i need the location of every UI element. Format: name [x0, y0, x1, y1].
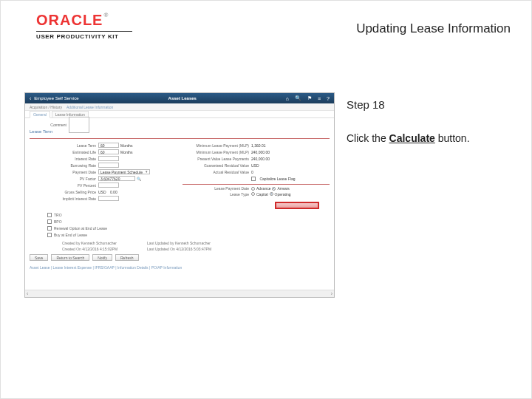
created-on-value: 4/12/2016 4:15:02PM: [82, 247, 117, 251]
radio-advance-label: Advance: [256, 186, 270, 191]
last-upd-on-label: Last Updated On: [147, 247, 175, 251]
instruction-suffix: button.: [435, 132, 470, 144]
instruction-text: Click the Calculate button.: [347, 132, 470, 144]
buy-label: Buy at End of Lease: [54, 233, 87, 237]
right-column: Minimum Lease Payment (MLP)1,360.01 Mini…: [183, 142, 330, 209]
refresh-button[interactable]: Refresh: [115, 254, 139, 261]
pv-factor-input[interactable]: 3.60477620: [98, 176, 135, 181]
radio-dot-icon: [272, 187, 276, 191]
left-column: Lease Term60Months Estimated Life60Month…: [30, 142, 177, 209]
guaranteed-residual-label: Guaranteed Residual Value: [183, 163, 249, 168]
radio-dot-icon: [251, 187, 255, 191]
radio-capital-label: Capital: [256, 192, 268, 197]
brand-tm: ®: [103, 12, 109, 18]
bpo-label: BPO: [54, 219, 62, 224]
tro-checkbox[interactable]: [47, 213, 52, 217]
tab-general[interactable]: General: [30, 111, 50, 118]
search-icon[interactable]: 🔍: [295, 95, 301, 101]
lookup-icon[interactable]: 🔍: [137, 177, 141, 181]
section-divider: [30, 138, 330, 139]
brand-name-text: ORACLE: [36, 12, 103, 28]
brand-name: ORACLE®: [36, 13, 109, 27]
notify-button[interactable]: Notify: [92, 254, 112, 261]
min-payment-mlp-value: 240,000.00: [251, 150, 330, 154]
last-upd-on-value: 4/12/2016 5:03:47PM: [176, 247, 211, 251]
calculate-button[interactable]: [275, 202, 319, 209]
button-bar: Save Return to Search Notify Refresh: [25, 251, 334, 264]
header-left-title: Employee Self Service: [34, 96, 78, 100]
pv-factor-label: PV Factor: [30, 177, 96, 181]
flag-icon[interactable]: ⚑: [307, 95, 312, 101]
fv-percent-label: FV Percent: [30, 183, 96, 188]
comment-input[interactable]: [69, 117, 89, 133]
screenshot-frame: ‹ Employee Self Service Asset Leases ⌂ 🔍…: [24, 92, 335, 298]
borrowing-rate-input[interactable]: [98, 163, 119, 168]
help-icon[interactable]: ?: [327, 96, 330, 101]
back-icon[interactable]: ‹: [30, 96, 31, 101]
lease-term-section-label: Lease Term: [30, 129, 52, 134]
page-title: Updating Lease Information: [356, 21, 511, 36]
borrowing-rate-label: Borrowing Rate: [30, 163, 96, 168]
lease-term-input[interactable]: 60: [98, 143, 119, 148]
bottom-breadcrumb[interactable]: Asset Lease | Lease Interest Expense | I…: [25, 264, 334, 271]
save-button[interactable]: Save: [30, 254, 48, 261]
est-life-unit: Months: [120, 150, 132, 154]
lease-term-label: Lease Term: [30, 143, 96, 148]
sub-breadcrumb-row: Acquisition / History Additional Lease I…: [25, 103, 334, 111]
buy-checkbox[interactable]: [47, 233, 52, 237]
tro-label: TRO: [54, 213, 62, 217]
scroll-left-icon[interactable]: ‹: [27, 291, 28, 296]
implicit-ir-input[interactable]: [98, 196, 119, 201]
gross-sell-label: Gross Selling Price: [30, 190, 96, 194]
est-life-input[interactable]: 60: [98, 149, 119, 154]
gross-sell-curr: USD: [98, 190, 106, 194]
implicit-ir-label: Implicit Interest Rate: [30, 197, 96, 201]
radio-arrears-label: Arrears: [277, 186, 289, 191]
brand-block: ORACLE® USER PRODUCTIVITY KIT: [36, 13, 140, 40]
scroll-right-icon[interactable]: ›: [331, 291, 332, 296]
renewal-checkbox[interactable]: [47, 226, 52, 231]
radio-dot-icon: [270, 192, 273, 196]
breadcrumb-link[interactable]: Additional Lease Information: [66, 105, 113, 109]
fv-percent-input[interactable]: [98, 183, 119, 188]
est-life-label: Estimated Life: [30, 150, 96, 154]
capitalize-checkbox[interactable]: [251, 177, 256, 181]
radio-operating-label: Operating: [275, 192, 291, 197]
radio-capital[interactable]: Capital: [251, 192, 268, 197]
guaranteed-residual-value: USD: [251, 163, 330, 168]
home-icon[interactable]: ⌂: [286, 96, 289, 101]
actual-residual-label: Actual Residual Value: [183, 170, 249, 174]
lease-pay-date-label: Lease Payment Date: [183, 186, 249, 191]
actual-residual-value: 0: [251, 170, 330, 174]
present-value-label: Present Value Lease Payments: [183, 157, 249, 161]
brand-rule: [36, 31, 132, 32]
horizontal-scrollbar[interactable]: ‹ ›: [25, 290, 334, 297]
radio-advance[interactable]: Advance: [251, 186, 270, 191]
radio-operating[interactable]: Operating: [270, 192, 291, 197]
interest-rate-label: Interest Rate: [30, 157, 96, 161]
interest-rate-input[interactable]: [98, 156, 119, 161]
radio-dot-icon: [251, 192, 255, 196]
instruction-strong: Calculate: [389, 132, 435, 144]
min-payment-label: Minimum Lease Payment (MLP): [183, 143, 249, 148]
last-upd-by-value: Kenneth Schumacher: [175, 241, 211, 245]
meta-block: Created by Kenneth Schumacher Created On…: [25, 238, 334, 251]
renewal-label: Renewal Option at End of Lease: [54, 226, 107, 231]
return-search-button[interactable]: Return to Search: [51, 254, 89, 261]
comment-label: Comment: [30, 123, 66, 127]
menu-icon[interactable]: ≡: [318, 96, 321, 101]
created-on-label: Created On: [62, 247, 81, 251]
min-payment-value: 1,360.01: [251, 143, 330, 148]
lease-term-unit: Months: [120, 143, 132, 148]
capitalize-text: Capitalize Lease Flag: [259, 177, 295, 181]
payment-date-select[interactable]: Lease Payment Schedule: [98, 169, 150, 174]
bpo-checkbox[interactable]: [47, 219, 52, 224]
app-header: ‹ Employee Self Service Asset Leases ⌂ 🔍…: [25, 93, 334, 103]
header-center-title: Asset Leases: [168, 96, 197, 100]
radio-arrears[interactable]: Arrears: [272, 186, 289, 191]
step-label: Step 18: [347, 98, 385, 111]
breadcrumb-text: Acquisition / History: [30, 105, 62, 109]
gross-sell-amt: 0.00: [110, 190, 117, 194]
present-value-value: 240,000.00: [251, 157, 330, 161]
created-by-label: Created by: [62, 241, 80, 245]
